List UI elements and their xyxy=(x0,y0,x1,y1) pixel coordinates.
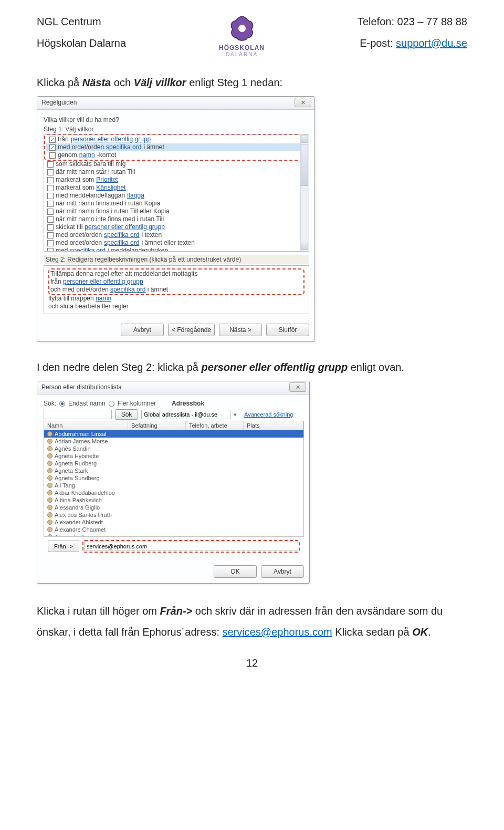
from-button[interactable]: Från -> xyxy=(48,541,79,552)
link-people-group[interactable]: personer eller offentlig grupp xyxy=(63,278,143,285)
condition-row[interactable]: skickat till personer eller offentlig gr… xyxy=(44,223,309,231)
scroll-up-icon[interactable] xyxy=(301,136,308,143)
condition-row[interactable]: där mitt namn står i rutan Till xyxy=(44,168,309,176)
ephorus-address-link[interactable]: services@ephorus.com xyxy=(223,626,332,638)
list-item[interactable]: Albina Pashkevich xyxy=(44,496,303,504)
col-phone[interactable]: Telefon, arbete xyxy=(186,421,244,430)
list-item[interactable]: Abdurrahman Linsal xyxy=(44,430,303,438)
list-item[interactable]: Alexander Ahlstedt xyxy=(44,518,303,526)
list-item[interactable]: Agneta Hybinette xyxy=(44,452,303,460)
condition-row[interactable]: när mitt namn finns med i rutan Kopia xyxy=(44,200,309,208)
condition-row[interactable]: med ordet/orden specifika ord i texten xyxy=(44,231,309,239)
checkbox[interactable] xyxy=(47,248,54,252)
condition-link[interactable]: flagga xyxy=(127,192,144,200)
phone-value: 023 – 77 88 88 xyxy=(397,16,467,27)
list-item[interactable]: Ali Tang xyxy=(44,482,303,489)
scrollbar[interactable] xyxy=(300,134,309,251)
condition-link[interactable]: personer eller offentlig grupp xyxy=(85,223,165,231)
instruction-1: Klicka på Nästa och Välj villkor enligt … xyxy=(37,74,467,91)
close-button[interactable]: ✕ xyxy=(295,98,311,107)
checkbox[interactable] xyxy=(47,193,54,199)
col-name[interactable]: Namn xyxy=(44,421,128,430)
condition-row[interactable]: som skickats bara till mig xyxy=(44,160,309,168)
names-listbox[interactable]: Namn Befattning Telefon, arbete Plats Ab… xyxy=(44,421,304,536)
condition-row[interactable]: ✓med ordet/orden specifika ord i ämnet xyxy=(46,143,307,151)
condition-link[interactable]: personer eller offentlig grupp xyxy=(71,136,151,143)
list-item[interactable]: Agnès Sandin xyxy=(44,445,303,452)
condition-link[interactable]: specifika ord xyxy=(104,231,139,239)
list-item[interactable]: Alexandre Lucas xyxy=(44,533,303,536)
addressbook-label: Adressbok xyxy=(172,400,204,407)
checkbox[interactable] xyxy=(47,224,54,231)
rule-desc-line-1: Tillämpa denna regel efter att meddeland… xyxy=(50,270,302,278)
column-headers: Namn Befattning Telefon, arbete Plats xyxy=(44,421,303,430)
finish-button[interactable]: Slutför xyxy=(266,324,309,336)
checkbox[interactable]: ✓ xyxy=(49,137,56,143)
search-button[interactable]: Sök xyxy=(115,409,138,420)
col-title[interactable]: Befattning xyxy=(128,421,186,430)
checkbox[interactable] xyxy=(47,232,54,238)
checkbox[interactable]: ✓ xyxy=(49,144,56,151)
step2-label: Steg 2: Redigera regelbeskrivningen (kli… xyxy=(44,255,309,264)
advanced-search-link[interactable]: Avancerad sökning xyxy=(244,411,293,418)
list-item[interactable]: Agneta Stark xyxy=(44,467,303,474)
rule-wizard-dialog: Regelguiden ✕ Vilka villkor vill du ha m… xyxy=(37,96,315,342)
condition-row[interactable]: markerat som Känslighet xyxy=(44,184,309,192)
condition-row[interactable]: med ordet/orden specifika ord i ämnet el… xyxy=(44,239,309,247)
condition-row[interactable]: när mitt namn finns i rutan Till eller K… xyxy=(44,208,309,215)
condition-link[interactable]: specifika ord xyxy=(104,239,139,247)
condition-row[interactable]: med meddelandeflaggan flagga xyxy=(44,192,309,200)
condition-row[interactable]: när mitt namn inte finns med i rutan Til… xyxy=(44,215,309,223)
support-email-link[interactable]: support@du.se xyxy=(396,37,467,49)
condition-link[interactable]: specifika ord xyxy=(70,247,105,252)
condition-row[interactable]: genom namn-kontot xyxy=(46,151,307,159)
condition-link[interactable]: specifika ord xyxy=(106,143,141,151)
radio-name-only[interactable] xyxy=(59,401,65,407)
rule-desc-line-4: flytta till mappen namn xyxy=(48,295,304,303)
person-icon xyxy=(47,475,52,481)
scroll-down-icon[interactable] xyxy=(301,243,308,250)
condition-link[interactable]: namn xyxy=(79,151,95,159)
link-folder-name[interactable]: namn xyxy=(96,295,111,302)
list-item[interactable]: Adrian James-Morse xyxy=(44,438,303,445)
search-input[interactable] xyxy=(44,410,112,419)
checkbox[interactable] xyxy=(47,161,54,168)
checkbox[interactable] xyxy=(47,185,54,191)
condition-row[interactable]: markerat som Prioritet xyxy=(44,176,309,184)
header-right: Telefon: 023 – 77 88 88 E-post: support@… xyxy=(358,16,467,49)
checkbox[interactable] xyxy=(47,177,54,183)
condition-link[interactable]: Känslighet xyxy=(96,184,125,192)
checkbox[interactable] xyxy=(47,240,54,246)
scroll-thumb[interactable] xyxy=(301,144,308,186)
cancel-button[interactable]: Avbryt xyxy=(121,324,164,336)
list-item[interactable]: Alexandre Chaumet xyxy=(44,526,303,533)
conditions-listbox[interactable]: ✓från personer eller offentlig grupp✓med… xyxy=(44,134,309,252)
person-icon xyxy=(47,446,52,451)
condition-row[interactable]: ✓från personer eller offentlig grupp xyxy=(46,136,307,143)
list-item[interactable]: Agneta Sundberg xyxy=(44,474,303,482)
person-icon xyxy=(47,439,52,444)
checkbox[interactable] xyxy=(47,169,54,175)
list-item[interactable]: Alex dos Santos Pruth xyxy=(44,511,303,518)
condition-row[interactable]: med specifika ord i meddelanderubriken xyxy=(44,247,309,252)
checkbox[interactable] xyxy=(49,152,56,159)
rule-description-box: Tillämpa denna regel efter att meddeland… xyxy=(44,265,309,314)
next-button[interactable]: Nästa > xyxy=(219,324,262,336)
ok-button[interactable]: OK xyxy=(214,565,257,578)
col-location[interactable]: Plats xyxy=(244,421,303,430)
condition-link[interactable]: Prioritet xyxy=(96,176,118,184)
address-list-dropdown[interactable] xyxy=(141,410,230,419)
checkbox[interactable] xyxy=(47,209,54,215)
list-item[interactable]: Agneta Rudberg xyxy=(44,460,303,467)
checkbox[interactable] xyxy=(47,216,54,223)
search-label: Sök: xyxy=(44,400,56,407)
radio-more-columns[interactable] xyxy=(109,401,114,407)
checkbox[interactable] xyxy=(47,201,54,207)
cancel-button[interactable]: Avbryt xyxy=(261,565,304,578)
list-item[interactable]: Akbar Khodabandehloo xyxy=(44,489,303,496)
list-item[interactable]: Alessandra Giglio xyxy=(44,504,303,511)
from-input[interactable] xyxy=(84,542,298,551)
previous-button[interactable]: < Föregående xyxy=(168,324,215,336)
link-specific-words[interactable]: specifika ord xyxy=(110,286,145,293)
close-button[interactable]: ✕ xyxy=(289,382,306,392)
